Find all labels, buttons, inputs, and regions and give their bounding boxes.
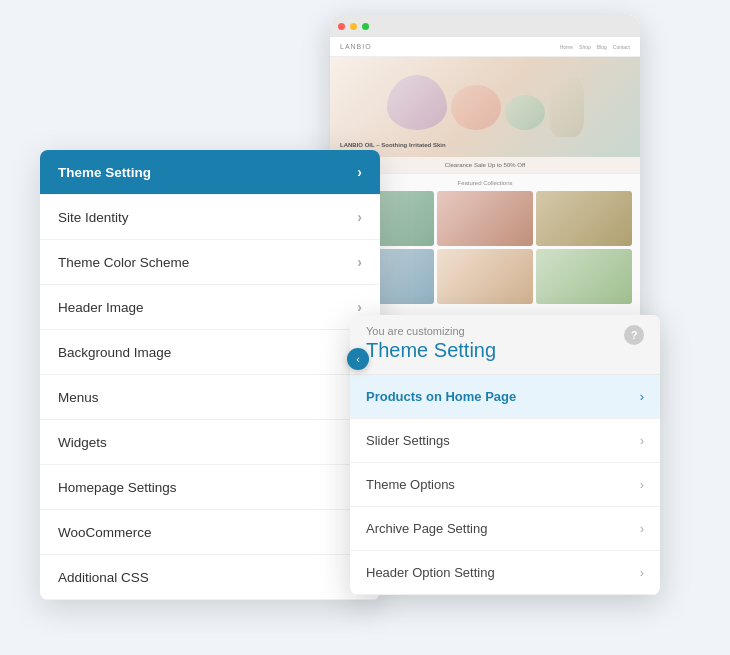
sub-item-theme-options-label: Theme Options xyxy=(366,477,455,492)
panel-item-theme-color[interactable]: Theme Color Scheme › xyxy=(40,240,380,285)
sub-panel: You are customizing Theme Setting ? Prod… xyxy=(350,315,660,595)
sub-panel-title: Theme Setting xyxy=(366,339,496,362)
product-thumb-3 xyxy=(536,191,632,246)
collapse-icon: ‹ xyxy=(356,353,360,365)
sub-panel-item-archive[interactable]: Archive Page Setting › xyxy=(350,507,660,551)
panel-item-menus[interactable]: Menus › xyxy=(40,375,380,420)
sale-text: Clearance Sale Up to 50% Off xyxy=(335,162,635,168)
hero-title: LANBIO OIL – Soothing Irritated Skin xyxy=(340,141,446,149)
site-nav: Home Shop Blog Contact xyxy=(560,44,630,50)
panel-item-theme-color-label: Theme Color Scheme xyxy=(58,255,189,270)
sub-panel-item-slider[interactable]: Slider Settings › xyxy=(350,419,660,463)
sub-item-header-option-chevron: › xyxy=(640,565,644,580)
panel-item-additional-css[interactable]: Additional CSS › xyxy=(40,555,380,600)
sub-item-slider-chevron: › xyxy=(640,433,644,448)
sub-panel-item-products[interactable]: Products on Home Page › xyxy=(350,375,660,419)
sub-item-archive-chevron: › xyxy=(640,521,644,536)
help-icon[interactable]: ? xyxy=(624,325,644,345)
nav-home: Home xyxy=(560,44,573,50)
panel-item-site-identity[interactable]: Site Identity › xyxy=(40,195,380,240)
product-thumb-5 xyxy=(437,249,533,304)
nav-blog: Blog xyxy=(597,44,607,50)
sub-item-header-option-label: Header Option Setting xyxy=(366,565,495,580)
hero-section: LANBIO OIL – Soothing Irritated Skin xyxy=(330,57,640,157)
panel-item-theme-color-chevron: › xyxy=(357,254,362,270)
sub-item-slider-label: Slider Settings xyxy=(366,433,450,448)
sub-item-products-label: Products on Home Page xyxy=(366,389,516,404)
panel-item-background-image-label: Background Image xyxy=(58,345,171,360)
panel-item-site-identity-label: Site Identity xyxy=(58,210,129,225)
collapse-button[interactable]: ‹ xyxy=(347,348,369,370)
panel-item-site-identity-chevron: › xyxy=(357,209,362,225)
sub-item-products-chevron: › xyxy=(640,389,644,404)
panel-item-theme-setting[interactable]: Theme Setting › xyxy=(40,150,380,195)
customizer-panel: Theme Setting › Site Identity › Theme Co… xyxy=(40,150,380,600)
browser-minimize-dot xyxy=(350,23,357,30)
sub-panel-supra: You are customizing xyxy=(366,325,496,337)
panel-item-widgets[interactable]: Widgets › xyxy=(40,420,380,465)
site-header: LANBIO Home Shop Blog Contact xyxy=(330,37,640,57)
panel-item-theme-setting-label: Theme Setting xyxy=(58,165,151,180)
nav-contact: Contact xyxy=(613,44,630,50)
panel-item-woocommerce[interactable]: WooCommerce › xyxy=(40,510,380,555)
panel-item-background-image[interactable]: Background Image › xyxy=(40,330,380,375)
featured-title: Featured Collections xyxy=(338,180,632,186)
panel-item-additional-css-label: Additional CSS xyxy=(58,570,149,585)
browser-close-dot xyxy=(338,23,345,30)
panel-item-menus-label: Menus xyxy=(58,390,99,405)
browser-toolbar xyxy=(330,15,640,37)
sub-panel-item-theme-options[interactable]: Theme Options › xyxy=(350,463,660,507)
sub-item-archive-label: Archive Page Setting xyxy=(366,521,487,536)
panel-item-homepage-settings[interactable]: Homepage Settings › xyxy=(40,465,380,510)
panel-item-header-image-chevron: › xyxy=(357,299,362,315)
browser-expand-dot xyxy=(362,23,369,30)
panel-item-header-image[interactable]: Header Image › xyxy=(40,285,380,330)
sub-panel-item-header-option[interactable]: Header Option Setting › xyxy=(350,551,660,595)
panel-item-woocommerce-label: WooCommerce xyxy=(58,525,152,540)
sub-panel-header-text: You are customizing Theme Setting xyxy=(366,325,496,362)
panel-item-homepage-settings-label: Homepage Settings xyxy=(58,480,177,495)
sub-item-theme-options-chevron: › xyxy=(640,477,644,492)
site-logo: LANBIO xyxy=(340,43,372,50)
panel-item-theme-setting-chevron: › xyxy=(357,164,362,180)
panel-item-widgets-label: Widgets xyxy=(58,435,107,450)
scene: LANBIO Home Shop Blog Contact LANBIO OIL xyxy=(0,0,730,655)
nav-shop: Shop xyxy=(579,44,591,50)
panel-item-header-image-label: Header Image xyxy=(58,300,144,315)
sub-panel-header: You are customizing Theme Setting ? xyxy=(350,315,660,375)
product-grid xyxy=(338,191,632,304)
product-thumb-6 xyxy=(536,249,632,304)
product-thumb-2 xyxy=(437,191,533,246)
hero-text: LANBIO OIL – Soothing Irritated Skin xyxy=(340,141,446,149)
